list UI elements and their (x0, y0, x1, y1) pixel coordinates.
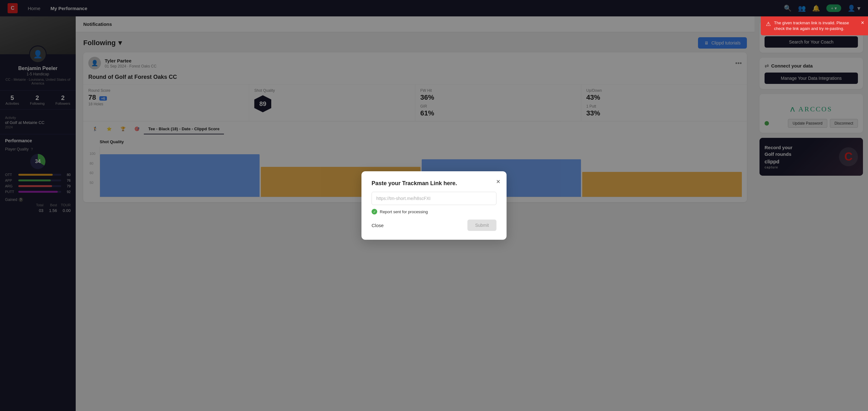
trackman-modal: Paste your Trackman Link here. × ✓ Repor… (362, 171, 506, 240)
notification-close[interactable]: × (861, 20, 864, 26)
modal-close-x[interactable]: × (496, 178, 500, 186)
success-message: Report sent for processing (380, 210, 428, 214)
modal-close-button[interactable]: Close (372, 223, 383, 228)
notification-message: The given trackman link is invalid. Plea… (774, 20, 856, 32)
trackman-link-input[interactable] (372, 192, 496, 205)
notification-banner: ⚠ The given trackman link is invalid. Pl… (761, 17, 868, 35)
modal-footer: Close Submit (372, 220, 496, 231)
modal-overlay[interactable]: Paste your Trackman Link here. × ✓ Repor… (0, 0, 868, 411)
success-icon: ✓ (372, 209, 377, 215)
modal-success-row: ✓ Report sent for processing (372, 209, 496, 215)
warning-icon: ⚠ (766, 20, 771, 28)
modal-submit-button[interactable]: Submit (467, 220, 496, 231)
modal-title: Paste your Trackman Link here. (372, 180, 496, 187)
